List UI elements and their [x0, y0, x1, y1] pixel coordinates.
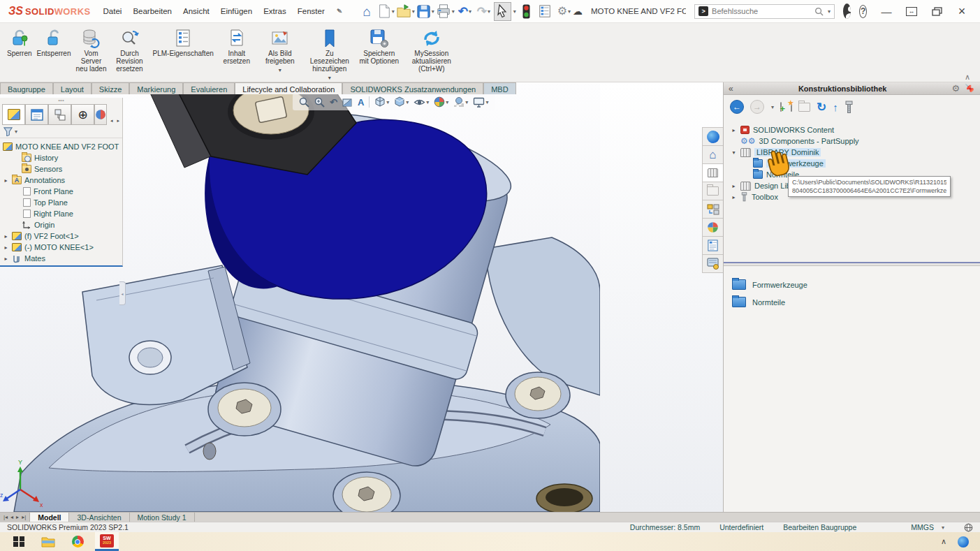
span-displays-button[interactable]: ↔ — [899, 2, 924, 21]
tree-item-sensors[interactable]: Sensors — [13, 163, 122, 175]
file-explorer-taskbar-button[interactable] — [36, 532, 60, 551]
dropdown-icon[interactable]: ▾ — [465, 99, 468, 105]
ribbon-button-als-bild-freigeben[interactable]: Als Bild freigeben ▾ — [260, 27, 300, 73]
dropdown-icon[interactable]: ▾ — [771, 104, 774, 110]
tab-mbd[interactable]: MBD — [483, 82, 515, 94]
section-view-button[interactable] — [341, 94, 354, 110]
tab-solidworks-resources[interactable] — [702, 127, 723, 146]
tab-design-library[interactable] — [702, 163, 723, 182]
tab-solidworks-zusatzanwendungen[interactable]: SOLIDWORKS Zusatzanwendungen — [342, 82, 483, 94]
tab-file-explorer[interactable] — [702, 182, 723, 200]
ribbon-button-plm-eigenschaften[interactable]: PLM-Eigenschaften — [153, 27, 214, 57]
tab-layout[interactable]: Layout — [53, 82, 92, 94]
ribbon-button-durch-revision-ersetzen[interactable]: Durch Revision ersetzen — [112, 27, 148, 73]
expand-arrow-icon[interactable]: ▸ — [3, 177, 9, 184]
search-input[interactable] — [712, 7, 811, 15]
dropdown-icon[interactable]: ▾ — [488, 8, 490, 15]
dropdown-icon[interactable]: ▾ — [386, 99, 389, 105]
menu-fenster[interactable]: Fenster — [292, 7, 330, 15]
menu-einfuegen[interactable]: Einfügen — [215, 7, 258, 15]
display-style-button[interactable]: ▾ — [393, 94, 410, 110]
tree-item-3d-components[interactable]: ⚙⚙3D Components - PartSupply — [731, 135, 980, 147]
expand-pane-button[interactable]: « — [729, 84, 733, 94]
create-new-folder-button[interactable] — [798, 103, 810, 112]
expand-arrow-icon[interactable]: ▸ — [731, 183, 737, 189]
command-search-box[interactable]: > ▾ — [694, 4, 835, 19]
tab-markierung[interactable]: Markierung — [129, 82, 183, 94]
dropdown-icon[interactable]: ▾ — [469, 8, 471, 15]
tab-view-palette[interactable] — [702, 200, 723, 219]
tree-item-annotations[interactable]: ▸Annotations — [3, 175, 122, 186]
tree-item-history[interactable]: History — [13, 152, 122, 163]
pane-options-gear-icon[interactable]: ⚙ — [952, 83, 960, 94]
tree-item-right-plane[interactable]: Right Plane — [13, 208, 122, 219]
menu-ansicht[interactable]: Ansicht — [177, 7, 215, 15]
tree-item-moto-knee[interactable]: ▸(-) MOTO KNEE<1> — [3, 242, 122, 253]
add-to-library-button[interactable]: + — [780, 103, 782, 111]
start-button[interactable] — [7, 532, 31, 551]
tab-motion-study-1[interactable]: Motion Study 1 — [130, 513, 195, 522]
tab-navigation-buttons[interactable]: |◂ ◂ ▸ ▸| — [0, 513, 30, 522]
folder-item-formwerkzeuge[interactable]: Formwerkzeuge — [732, 276, 980, 293]
collapse-ribbon-icon[interactable]: ∧ — [965, 73, 970, 550]
add-file-location-button[interactable]: ★ — [791, 103, 792, 111]
tab-3d-ansichten[interactable]: 3D-Ansichten — [69, 513, 129, 522]
forward-button[interactable]: → — [750, 100, 764, 114]
tray-overflow-button[interactable]: ∧ — [941, 537, 946, 546]
expand-arrow-icon[interactable]: ▸ — [3, 233, 9, 240]
previous-tab-icon[interactable]: ◂ — [10, 514, 14, 520]
last-tab-icon[interactable]: ▸| — [21, 514, 27, 520]
dropdown-icon[interactable]: ▾ — [406, 99, 409, 105]
previous-view-button[interactable]: ↶ — [328, 94, 339, 110]
help-button[interactable]: ? — [859, 5, 867, 18]
new-document-button[interactable]: ▾ — [377, 2, 395, 21]
dropdown-icon[interactable]: ▾ — [279, 67, 281, 73]
panel-splitter-handle[interactable]: ◂ — [119, 281, 126, 305]
menu-extras[interactable]: Extras — [258, 7, 292, 15]
refresh-button[interactable]: ↻ — [817, 101, 826, 113]
tree-item-mates[interactable]: ▸Mates — [3, 253, 122, 264]
print-button[interactable]: ▾ — [436, 2, 455, 21]
tab-dimxpert-manager[interactable]: ⊕ — [71, 104, 94, 125]
home-button[interactable]: ⌂ — [358, 2, 376, 21]
dropdown-icon[interactable]: ▾ — [15, 128, 17, 135]
move-up-button[interactable]: ↑ — [833, 102, 838, 112]
options-button[interactable]: ⚙▾ — [555, 2, 573, 21]
tab-solidworks-cam[interactable] — [702, 254, 723, 273]
tab-evaluieren[interactable]: Evaluieren — [183, 82, 235, 94]
dropdown-icon[interactable]: ▾ — [568, 8, 571, 15]
hide-show-items-button[interactable]: ▾ — [412, 94, 430, 110]
dropdown-icon[interactable]: ▾ — [513, 8, 516, 15]
ribbon-button-inhalt-ersetzen[interactable]: Inhalt ersetzen — [219, 27, 255, 65]
dropdown-icon[interactable]: ▾ — [426, 99, 429, 105]
undo-button[interactable]: ↶▾ — [456, 2, 474, 21]
view-orientation-button[interactable]: ▾ — [373, 94, 390, 110]
expand-arrow-icon[interactable]: ▸ — [731, 127, 737, 133]
expand-arrow-icon[interactable]: ▸ — [3, 244, 9, 251]
tab-lifecycle-and-collaboration[interactable]: Lifecycle and Collaboration — [235, 82, 342, 94]
open-button[interactable]: ▾ — [396, 2, 415, 21]
tab-property-manager[interactable] — [25, 104, 48, 125]
rebuild-button[interactable] — [518, 2, 535, 21]
tab-modell[interactable]: Modell — [30, 513, 69, 522]
tab-display-manager[interactable] — [94, 104, 107, 125]
ribbon-button-sperren[interactable]: Sperren — [7, 27, 32, 57]
ribbon-button-speichern-mit-optionen[interactable]: Speichern mit Optionen — [359, 27, 400, 65]
menu-datei[interactable]: Datei — [98, 7, 128, 15]
expand-arrow-icon[interactable]: ▸ — [3, 256, 9, 262]
close-button[interactable]: × — [949, 2, 974, 21]
dropdown-icon[interactable]: ▾ — [828, 8, 831, 15]
view-settings-button[interactable]: ▾ — [471, 94, 490, 110]
unit-system-selector[interactable]: MMGS ▾ — [911, 523, 944, 531]
tree-item-origin[interactable]: Origin — [13, 219, 122, 230]
edit-appearance-button[interactable]: ▾ — [432, 94, 450, 110]
dropdown-icon[interactable]: ▾ — [432, 8, 434, 15]
tree-item-vf2-foot[interactable]: ▸(f) VF2 Foot<1> — [3, 230, 122, 242]
dropdown-icon[interactable]: ▾ — [452, 8, 455, 15]
dropdown-icon[interactable]: ▾ — [328, 75, 331, 81]
pin-menu-icon[interactable]: ✒ — [333, 5, 345, 17]
minimize-button[interactable]: — — [874, 2, 899, 21]
redo-button[interactable]: ↷▾ — [475, 2, 492, 21]
tab-featuremanager-tree[interactable] — [2, 104, 25, 125]
collapse-arrow-icon[interactable]: ▾ — [731, 149, 737, 156]
